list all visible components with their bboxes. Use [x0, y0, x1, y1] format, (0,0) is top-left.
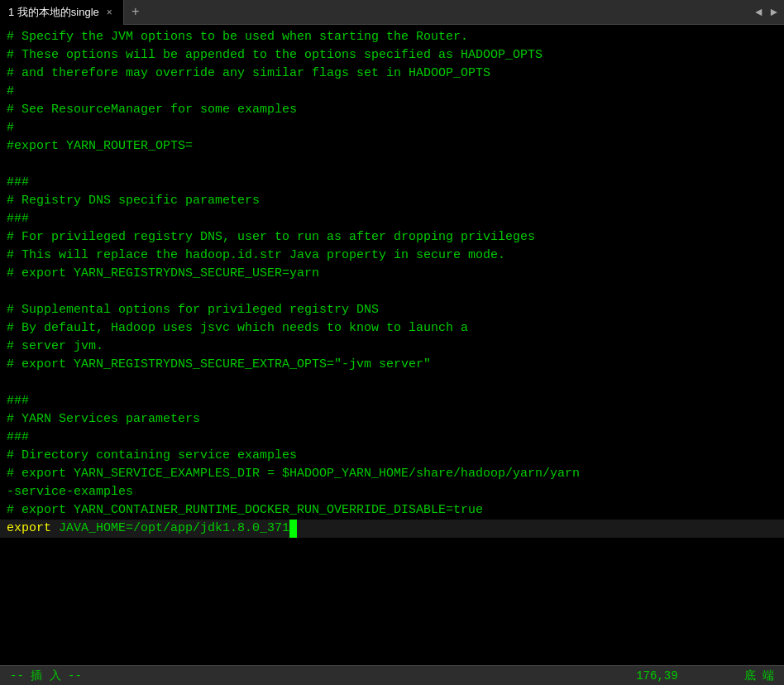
line-text-24: # Directory containing service examples	[0, 447, 784, 465]
line-11: ###	[0, 210, 784, 228]
tab-bar: 1 我的本地的single × + ◄ ►	[0, 0, 784, 25]
new-tab-button[interactable]: +	[124, 0, 147, 25]
line-text-11: ###	[0, 210, 784, 228]
line-25: # export YARN_SERVICE_EXAMPLES_DIR = $HA…	[0, 465, 784, 483]
line-26: -service-examples	[0, 483, 784, 501]
line-text-17: # By default, Hadoop uses jsvc which nee…	[0, 319, 784, 338]
line-22: # YARN Services parameters	[0, 410, 784, 429]
cursor-position: 176,39	[636, 669, 677, 683]
line-text-28: export JAVA_HOME=/opt/app/jdk1.8.0_371	[0, 520, 784, 538]
line-17: # By default, Hadoop uses jsvc which nee…	[0, 319, 784, 338]
line-text-23: ###	[0, 429, 784, 447]
line-text-16: # Supplemental options for privileged re…	[0, 301, 784, 319]
editor-area[interactable]: # Specify the JVM options to be used whe…	[0, 25, 784, 665]
line-5: # See ResourceManager for some examples	[0, 101, 784, 119]
line-text-9: ###	[0, 174, 784, 192]
line-28-cursor: export JAVA_HOME=/opt/app/jdk1.8.0_371	[0, 520, 784, 538]
line-16: # Supplemental options for privileged re…	[0, 301, 784, 319]
line-text-6: #	[0, 119, 784, 137]
line-text-5: # See ResourceManager for some examples	[0, 101, 784, 119]
text-cursor	[289, 520, 297, 538]
export-value: JAVA_HOME=/opt/app/jdk1.8.0_371	[51, 521, 289, 535]
line-7: #export YARN_ROUTER_OPTS=	[0, 137, 784, 156]
export-keyword: export	[7, 521, 51, 535]
tab-nav-left[interactable]: ◄	[752, 4, 765, 21]
line-text-19: # export YARN_REGISTRYDNS_SECURE_EXTRA_O…	[0, 356, 784, 374]
status-bar: -- 插 入 -- 176,39 底 端	[0, 665, 784, 685]
line-text-10: # Registry DNS specific parameters	[0, 192, 784, 210]
active-tab[interactable]: 1 我的本地的single ×	[0, 0, 124, 25]
editor-mode: -- 插 入 --	[10, 668, 636, 683]
line-text-2: # These options will be appended to the …	[0, 46, 784, 65]
tab-navigation: ◄ ►	[752, 4, 784, 21]
line-18: # server jvm.	[0, 338, 784, 356]
line-8	[0, 156, 784, 174]
line-text-14: # export YARN_REGISTRYDNS_SECURE_USER=ya…	[0, 265, 784, 283]
code-content: # Specify the JVM options to be used whe…	[0, 25, 784, 665]
main-window: 1 我的本地的single × + ◄ ► # Specify the JVM …	[0, 0, 784, 685]
line-text-27: # export YARN_CONTAINER_RUNTIME_DOCKER_R…	[0, 501, 784, 520]
line-text-1: # Specify the JVM options to be used whe…	[0, 28, 784, 46]
line-3: # and therefore may override any similar…	[0, 65, 784, 83]
line-27: # export YARN_CONTAINER_RUNTIME_DOCKER_R…	[0, 501, 784, 520]
tab-close-button[interactable]: ×	[104, 5, 115, 20]
line-14: # export YARN_REGISTRYDNS_SECURE_USER=ya…	[0, 265, 784, 283]
line-12: # For privileged registry DNS, user to r…	[0, 228, 784, 247]
line-text-21: ###	[0, 392, 784, 410]
line-text-25: # export YARN_SERVICE_EXAMPLES_DIR = $HA…	[0, 465, 784, 483]
line-text-7: #export YARN_ROUTER_OPTS=	[0, 137, 784, 156]
line-20	[0, 374, 784, 392]
line-text-26: -service-examples	[0, 483, 784, 501]
line-2: # These options will be appended to the …	[0, 46, 784, 65]
line-text-4: #	[0, 83, 784, 101]
line-1: # Specify the JVM options to be used whe…	[0, 28, 784, 46]
line-9: ###	[0, 174, 784, 192]
status-end: 底 端	[744, 668, 774, 683]
line-15	[0, 283, 784, 301]
line-text-13: # This will replace the hadoop.id.str Ja…	[0, 247, 784, 265]
line-text-12: # For privileged registry DNS, user to r…	[0, 228, 784, 247]
line-text-3: # and therefore may override any similar…	[0, 65, 784, 83]
tab-label: 1 我的本地的single	[8, 5, 99, 20]
line-4: #	[0, 83, 784, 101]
line-10: # Registry DNS specific parameters	[0, 192, 784, 210]
line-13: # This will replace the hadoop.id.str Ja…	[0, 247, 784, 265]
line-text-18: # server jvm.	[0, 338, 784, 356]
line-21: ###	[0, 392, 784, 410]
line-19: # export YARN_REGISTRYDNS_SECURE_EXTRA_O…	[0, 356, 784, 374]
line-6: #	[0, 119, 784, 137]
line-text-22: # YARN Services parameters	[0, 410, 784, 429]
line-23: ###	[0, 429, 784, 447]
line-24: # Directory containing service examples	[0, 447, 784, 465]
tab-nav-right[interactable]: ►	[767, 4, 781, 21]
